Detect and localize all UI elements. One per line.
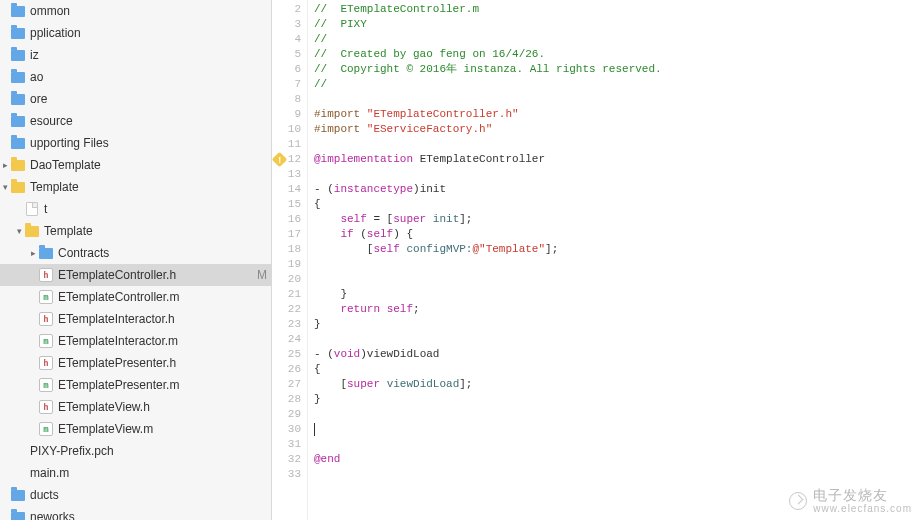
tree-item-label: ao xyxy=(30,70,253,84)
tree-row[interactable]: ducts xyxy=(0,484,271,506)
code-line[interactable]: } xyxy=(314,392,920,407)
tree-item-label: t xyxy=(44,202,253,216)
tree-row[interactable]: main.m xyxy=(0,462,271,484)
code-line[interactable]: { xyxy=(314,362,920,377)
blank-icon xyxy=(10,465,26,481)
disclosure-icon[interactable]: ▾ xyxy=(0,182,10,192)
code-line[interactable]: [self configMVP:@"Template"]; xyxy=(314,242,920,257)
code-line[interactable] xyxy=(314,257,920,272)
tree-item-label: main.m xyxy=(30,466,253,480)
tree-row[interactable]: PIXY-Prefix.pch xyxy=(0,440,271,462)
tree-row[interactable]: iz xyxy=(0,44,271,66)
line-number: 2 xyxy=(272,2,307,17)
folder-icon xyxy=(10,47,26,63)
code-line[interactable]: // ETemplateController.m xyxy=(314,2,920,17)
disclosure-icon[interactable]: ▸ xyxy=(28,248,38,258)
code-line[interactable]: } xyxy=(314,317,920,332)
line-number: 28 xyxy=(272,392,307,407)
tree-row[interactable]: esource xyxy=(0,110,271,132)
disclosure-icon[interactable]: ▸ xyxy=(0,160,10,170)
tree-row[interactable]: hETemplateInteractor.h xyxy=(0,308,271,330)
code-line[interactable]: { xyxy=(314,197,920,212)
line-number: 32 xyxy=(272,452,307,467)
tree-row[interactable]: mETemplateInteractor.m xyxy=(0,330,271,352)
code-line[interactable] xyxy=(314,167,920,182)
tree-row[interactable]: t xyxy=(0,198,271,220)
tree-row[interactable]: hETemplateView.h xyxy=(0,396,271,418)
tree-row[interactable]: ▾Template xyxy=(0,176,271,198)
tree-row[interactable]: mETemplatePresenter.m xyxy=(0,374,271,396)
tree-item-label: ore xyxy=(30,92,253,106)
code-line[interactable] xyxy=(314,332,920,347)
line-number: 4 xyxy=(272,32,307,47)
tree-row[interactable]: neworks xyxy=(0,506,271,520)
code-line[interactable]: // Created by gao feng on 16/4/26. xyxy=(314,47,920,62)
code-line[interactable]: #import "ETemplateController.h" xyxy=(314,107,920,122)
line-number: 17 xyxy=(272,227,307,242)
folder-icon xyxy=(10,113,26,129)
tree-row[interactable]: ao xyxy=(0,66,271,88)
watermark-label: 电子发烧友 xyxy=(813,488,888,503)
code-line[interactable]: @end xyxy=(314,452,920,467)
tree-row[interactable]: ommon xyxy=(0,0,271,22)
code-editor[interactable]: 2345678910111213141516171819202122232425… xyxy=(272,0,920,520)
header-file-icon: h xyxy=(38,311,54,327)
code-line[interactable] xyxy=(314,407,920,422)
code-line[interactable]: self = [super init]; xyxy=(314,212,920,227)
tree-row[interactable]: ▾Template xyxy=(0,220,271,242)
folder-icon xyxy=(10,179,26,195)
tree-row[interactable]: upporting Files xyxy=(0,132,271,154)
code-line[interactable] xyxy=(314,92,920,107)
code-line[interactable]: // Copyright © 2016年 instanza. All right… xyxy=(314,62,920,77)
project-navigator[interactable]: ommonpplicationizaooreesourceupporting F… xyxy=(0,0,272,520)
code-line[interactable] xyxy=(314,437,920,452)
warning-icon[interactable] xyxy=(272,151,288,167)
folder-icon xyxy=(10,487,26,503)
tree-row[interactable]: hETemplatePresenter.h xyxy=(0,352,271,374)
tree-item-label: ETemplateInteractor.h xyxy=(58,312,253,326)
disclosure-icon[interactable]: ▾ xyxy=(14,226,24,236)
code-line[interactable]: // xyxy=(314,32,920,47)
line-number: 6 xyxy=(272,62,307,77)
line-number: 29 xyxy=(272,407,307,422)
line-number: 16 xyxy=(272,212,307,227)
tree-row[interactable]: mETemplateView.m xyxy=(0,418,271,440)
tree-row[interactable]: hETemplateController.hM xyxy=(0,264,271,286)
code-line[interactable]: // xyxy=(314,77,920,92)
folder-icon xyxy=(38,245,54,261)
line-number: 19 xyxy=(272,257,307,272)
text-cursor xyxy=(314,423,315,436)
code-line[interactable] xyxy=(314,422,920,437)
code-line[interactable]: @implementation ETemplateController xyxy=(314,152,920,167)
tree-item-label: ETemplatePresenter.m xyxy=(58,378,253,392)
code-line[interactable]: if (self) { xyxy=(314,227,920,242)
code-line[interactable] xyxy=(314,137,920,152)
folder-icon xyxy=(10,509,26,520)
code-line[interactable]: - (instancetype)init xyxy=(314,182,920,197)
code-line[interactable] xyxy=(314,467,920,482)
line-number: 23 xyxy=(272,317,307,332)
code-line[interactable]: } xyxy=(314,287,920,302)
tree-row[interactable]: pplication xyxy=(0,22,271,44)
tree-row[interactable]: mETemplateController.m xyxy=(0,286,271,308)
line-number: 30 xyxy=(272,422,307,437)
code-line[interactable]: // PIXY xyxy=(314,17,920,32)
code-line[interactable]: #import "EServiceFactory.h" xyxy=(314,122,920,137)
code-line[interactable]: - (void)viewDidLoad xyxy=(314,347,920,362)
tree-item-label: esource xyxy=(30,114,253,128)
line-number: 22 xyxy=(272,302,307,317)
folder-icon xyxy=(10,91,26,107)
code-area[interactable]: // ETemplateController.m// PIXY//// Crea… xyxy=(308,0,920,520)
tree-item-label: ETemplateController.m xyxy=(58,290,253,304)
tree-row[interactable]: ▸Contracts xyxy=(0,242,271,264)
tree-item-label: neworks xyxy=(30,510,253,520)
tree-row[interactable]: ore xyxy=(0,88,271,110)
line-number: 24 xyxy=(272,332,307,347)
line-number: 15 xyxy=(272,197,307,212)
code-line[interactable]: [super viewDidLoad]; xyxy=(314,377,920,392)
code-line[interactable]: return self; xyxy=(314,302,920,317)
tree-row[interactable]: ▸DaoTemplate xyxy=(0,154,271,176)
line-number: 14 xyxy=(272,182,307,197)
tree-item-label: upporting Files xyxy=(30,136,253,150)
code-line[interactable] xyxy=(314,272,920,287)
